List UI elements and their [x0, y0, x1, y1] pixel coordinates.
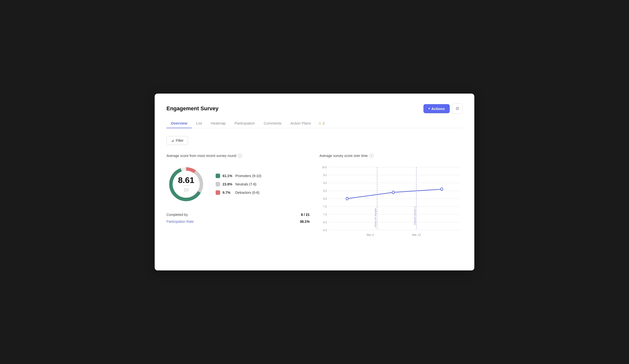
promoters-pct: 61.1% — [223, 174, 233, 178]
svg-point-28 — [441, 188, 443, 190]
detractors-pct: 9.7% — [223, 190, 233, 194]
stats-row: Completed by 8 / 21 Participation Rate 3… — [166, 213, 310, 223]
detractors-label: Detractors (0-6) — [235, 190, 259, 194]
info-icon-left[interactable]: i — [238, 154, 242, 158]
promoters-label: Promoters (9-10) — [235, 174, 261, 178]
main-window: Engagement Survey ▾ Actions ⚙ Overview L… — [155, 93, 474, 271]
svg-point-26 — [346, 197, 348, 200]
legend: 61.1% Promoters (9-10) 23.8% Neutrals (7… — [216, 174, 261, 195]
tab-heatmap[interactable]: Heatmap — [206, 119, 230, 128]
svg-text:6.5: 6.5 — [323, 221, 327, 224]
actions-button[interactable]: ▾ Actions — [423, 104, 450, 113]
tabs-bar: Overview List Heatmap Participation Comm… — [166, 119, 463, 128]
svg-point-27 — [392, 191, 394, 194]
tab-comments[interactable]: Comments — [259, 119, 286, 128]
svg-text:7.0: 7.0 — [323, 213, 327, 216]
svg-text:Raised Series A: Raised Series A — [413, 206, 416, 225]
legend-item-detractors: 9.7% Detractors (0-6) — [216, 190, 261, 195]
right-panel: Average survey score over time i 10.0 9.… — [319, 154, 463, 244]
neutrals-color — [216, 182, 220, 186]
donut-center: 8.61 10 — [178, 176, 194, 192]
filter-icon: ⊿ — [171, 139, 174, 142]
chart-area: 10.0 9.5 9.0 8.5 8.0 7.5 7.0 6.5 6.0 — [319, 165, 463, 244]
donut-divider — [182, 186, 190, 186]
content-grid: Average score from most recent survey ro… — [166, 154, 463, 244]
svg-text:Hired VP People: Hired VP People — [374, 208, 377, 227]
legend-item-neutrals: 23.8% Neutrals (7-8) — [216, 182, 261, 186]
completed-label: Completed by — [166, 213, 301, 217]
header-actions: ▾ Actions ⚙ — [423, 103, 463, 114]
tab-overview[interactable]: Overview — [166, 119, 192, 128]
svg-text:6.0: 6.0 — [323, 228, 327, 232]
participation-value: 38.1% — [300, 220, 310, 223]
actions-label: Actions — [431, 107, 445, 111]
warning-icon: ⚠ — [318, 121, 321, 125]
completed-stat: Completed by 8 / 21 — [166, 213, 310, 217]
neutrals-pct: 23.8% — [223, 182, 233, 186]
svg-text:9.5: 9.5 — [323, 174, 327, 177]
chevron-down-icon: ▾ — [428, 107, 430, 110]
filter-button[interactable]: ⊿ Filter — [166, 136, 188, 145]
warning-count: 2 — [323, 121, 324, 125]
left-panel: Average score from most recent survey ro… — [166, 154, 310, 244]
svg-text:8.5: 8.5 — [323, 189, 327, 192]
neutrals-label: Neutrals (7-8) — [235, 182, 257, 186]
donut-max: 10 — [178, 187, 194, 192]
filter-bar: ⊿ Filter — [166, 136, 463, 145]
tab-participation[interactable]: Participation — [230, 119, 259, 128]
filter-label: Filter — [176, 139, 183, 142]
warning-tab[interactable]: ⚠ 2 — [315, 119, 327, 128]
svg-text:10.0: 10.0 — [322, 166, 327, 169]
tab-action-plans[interactable]: Action Plans — [286, 119, 315, 128]
promoters-color — [216, 174, 220, 178]
svg-text:9.0: 9.0 — [323, 181, 327, 184]
donut-score: 8.61 — [178, 176, 194, 184]
participation-stat: Participation Rate 38.1% — [166, 220, 310, 223]
tab-list[interactable]: List — [192, 119, 206, 128]
left-panel-title: Average score from most recent survey ro… — [166, 154, 310, 158]
right-panel-title: Average survey score over time i — [319, 154, 463, 158]
completed-value: 8 / 21 — [301, 213, 310, 217]
svg-text:Mar, 13: Mar, 13 — [412, 233, 421, 237]
page-header: Engagement Survey ▾ Actions ⚙ — [166, 103, 463, 114]
svg-text:8.0: 8.0 — [323, 197, 327, 200]
page-title: Engagement Survey — [166, 105, 219, 112]
info-icon-right[interactable]: i — [370, 154, 373, 158]
score-container: 8.61 10 61.1% Promoters (9-10) 23.8% — [166, 165, 310, 204]
svg-text:7.5: 7.5 — [323, 205, 327, 208]
gear-icon: ⚙ — [455, 106, 459, 111]
legend-item-promoters: 61.1% Promoters (9-10) — [216, 174, 261, 178]
settings-button[interactable]: ⚙ — [452, 103, 463, 114]
line-chart: 10.0 9.5 9.0 8.5 8.0 7.5 7.0 6.5 6.0 — [319, 165, 463, 243]
donut-chart: 8.61 10 — [166, 165, 206, 204]
svg-text:Mar, 6: Mar, 6 — [367, 233, 374, 237]
detractors-color — [216, 190, 220, 195]
participation-link[interactable]: Participation Rate — [166, 220, 300, 223]
